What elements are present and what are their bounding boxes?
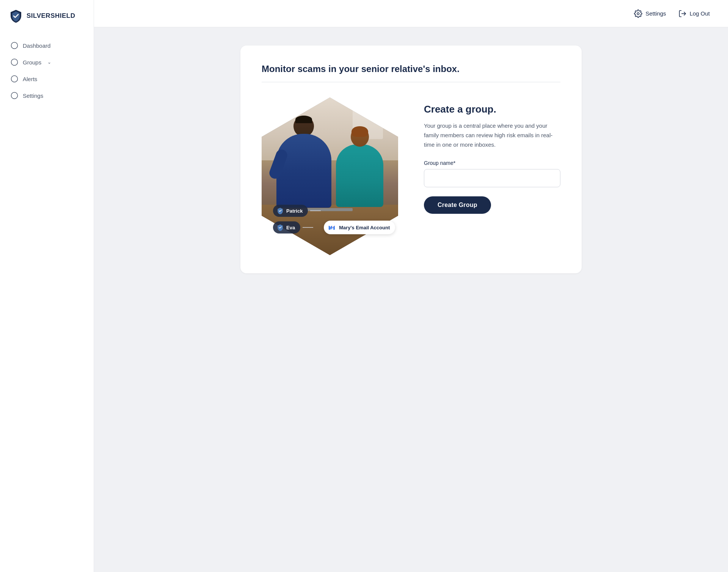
eva-shield-icon: [277, 224, 284, 231]
groups-icon: [11, 58, 18, 66]
form-description: Your group is a central place where you …: [424, 121, 560, 149]
app-name: SilverShield: [27, 12, 75, 20]
logo-area: SilverShield: [0, 9, 94, 38]
settings-header-label: Settings: [645, 10, 666, 17]
logout-button[interactable]: Log Out: [678, 9, 710, 18]
svg-point-2: [11, 76, 18, 82]
sidebar-item-groups[interactable]: Groups ⌄: [6, 55, 88, 70]
gmail-icon: M M: [328, 223, 336, 232]
patrick-shield-icon: [277, 207, 284, 214]
svg-point-3: [11, 92, 18, 99]
svg-point-4: [637, 13, 640, 15]
svg-point-0: [11, 42, 18, 49]
group-name-input[interactable]: [424, 169, 560, 187]
eva-email-row: Eva: [273, 221, 395, 234]
chips-overlay: Patrick: [273, 205, 395, 234]
connector-2: [303, 227, 313, 228]
patrick-chip: Patrick: [273, 205, 308, 217]
main-card: Monitor scams in your senior relative's …: [240, 45, 582, 273]
eva-chip-label: Eva: [286, 225, 295, 230]
patrick-chip-row: Patrick: [273, 205, 395, 217]
settings-header-icon: [634, 9, 642, 18]
sidebar-nav: Dashboard Groups ⌄ Alerts Settings: [0, 38, 94, 103]
card-divider: [262, 82, 560, 82]
sidebar-item-dashboard-label: Dashboard: [23, 42, 50, 49]
patrick-chip-label: Patrick: [286, 208, 303, 214]
email-chip: M M Mary's Email Account: [324, 221, 395, 234]
logout-icon: [678, 9, 687, 18]
hex-scene: Patrick: [262, 97, 398, 255]
group-name-label: Group name*: [424, 160, 560, 166]
sidebar-item-settings[interactable]: Settings: [6, 88, 88, 103]
create-group-form: Create a group. Your group is a central …: [424, 97, 560, 214]
man-figure: [273, 116, 335, 214]
form-heading: Create a group.: [424, 103, 560, 115]
card-body: Patrick: [262, 97, 560, 255]
email-chip-label: Mary's Email Account: [339, 225, 390, 230]
create-group-button[interactable]: Create Group: [424, 196, 491, 214]
woman-hair: [351, 126, 368, 137]
sidebar-item-dashboard[interactable]: Dashboard: [6, 38, 88, 53]
page-content: Monitor scams in your senior relative's …: [94, 27, 728, 572]
svg-point-1: [11, 59, 18, 66]
man-body: [276, 134, 331, 208]
header: Settings Log Out: [94, 0, 728, 27]
man-hair: [295, 116, 312, 123]
settings-header-button[interactable]: Settings: [634, 9, 666, 18]
sidebar-item-groups-label: Groups: [23, 59, 41, 66]
sidebar-item-alerts-label: Alerts: [23, 76, 37, 82]
woman-figure: [332, 127, 387, 214]
groups-chevron-icon: ⌄: [47, 60, 51, 65]
logout-label: Log Out: [690, 10, 710, 17]
svg-text:M: M: [328, 225, 333, 230]
connector-1: [310, 210, 321, 211]
sidebar-item-alerts[interactable]: Alerts: [6, 71, 88, 86]
sidebar: SilverShield Dashboard Groups ⌄ Alerts: [0, 0, 94, 572]
main-area: Settings Log Out Monitor scams in your s…: [94, 0, 728, 572]
page-title: Monitor scams in your senior relative's …: [262, 64, 560, 74]
settings-nav-icon: [11, 92, 18, 99]
alerts-icon: [11, 75, 18, 83]
eva-chip: Eva: [273, 221, 300, 234]
woman-head: [351, 127, 369, 147]
hero-image-container: Patrick: [262, 97, 406, 255]
dashboard-icon: [11, 42, 18, 49]
woman-body: [336, 144, 383, 207]
silvershield-logo-icon: [9, 9, 23, 23]
sidebar-item-settings-label: Settings: [23, 92, 43, 99]
